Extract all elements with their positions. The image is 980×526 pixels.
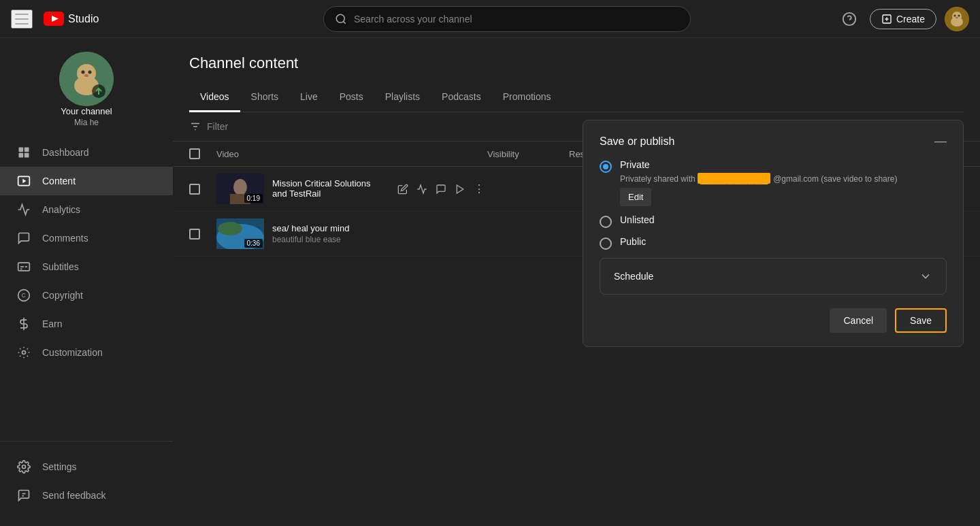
save-button[interactable]: Save <box>895 308 947 333</box>
user-avatar[interactable] <box>945 7 969 31</box>
sidebar-item-analytics[interactable]: Analytics <box>0 195 173 224</box>
row2-thumbnail: 0:36 <box>216 218 264 249</box>
analytics-icon <box>16 202 31 217</box>
sidebar-label-subtitles: Subtitles <box>42 261 79 272</box>
row1-analytics-button[interactable] <box>414 181 430 197</box>
svg-marker-27 <box>22 179 26 184</box>
tab-shorts[interactable]: Shorts <box>240 83 289 112</box>
sidebar-label-earn: Earn <box>42 318 63 329</box>
sidebar-bottom: Settings Send feedback <box>0 447 173 515</box>
row1-checkbox[interactable] <box>189 184 200 195</box>
col-check-header <box>189 148 216 159</box>
tab-videos[interactable]: Videos <box>189 83 240 112</box>
svg-point-2 <box>336 14 344 22</box>
svg-point-35 <box>22 351 26 355</box>
schedule-section[interactable]: Schedule <box>600 258 947 295</box>
search-icon <box>335 13 347 25</box>
customization-icon <box>16 345 31 360</box>
radio-public[interactable] <box>600 237 612 250</box>
radio-public-label: Public <box>620 236 646 247</box>
svg-point-19 <box>88 71 92 74</box>
row2-video-cell: 0:36 sea/ heal your mind beautiful blue … <box>216 218 487 249</box>
sidebar-item-subtitles[interactable]: Subtitles <box>0 252 173 281</box>
svg-point-11 <box>952 12 962 21</box>
search-input-wrap[interactable] <box>323 6 691 32</box>
logo-area: Studio <box>44 12 99 26</box>
sidebar-label-customization: Customization <box>42 347 103 358</box>
topbar: Studio Create <box>0 0 980 38</box>
tab-promotions[interactable]: Promotions <box>492 83 562 112</box>
sidebar-nav: Dashboard Content Analy <box>0 138 173 435</box>
tab-live[interactable]: Live <box>289 83 329 112</box>
svg-text:C: C <box>22 292 26 299</box>
row1-check <box>189 184 216 195</box>
row1-title: Mission Critical Solutions and TestRail <box>272 178 387 199</box>
tab-playlists[interactable]: Playlists <box>374 83 431 112</box>
sidebar-item-comments[interactable]: Comments <box>0 224 173 252</box>
channel-name: Your channel <box>61 106 112 116</box>
tab-posts[interactable]: Posts <box>329 83 374 112</box>
svg-point-36 <box>22 465 26 469</box>
row2-checkbox[interactable] <box>189 229 200 240</box>
create-label: Create <box>896 14 925 24</box>
sidebar-label-analytics: Analytics <box>42 204 80 215</box>
sidebar-divider <box>0 441 173 442</box>
radio-option-public[interactable]: Public <box>600 236 947 250</box>
row2-video-info: sea/ heal your mind beautiful blue ease <box>272 223 349 244</box>
radio-option-private[interactable]: Private Privately shared with ██████████… <box>600 159 947 206</box>
channel-profile: Your channel Mia he <box>0 38 173 138</box>
row1-actions: ⋮ <box>395 180 487 198</box>
row1-watch-button[interactable] <box>452 181 468 197</box>
help-button[interactable] <box>837 7 862 31</box>
sidebar-item-settings[interactable]: Settings <box>0 453 173 481</box>
svg-point-18 <box>82 71 85 74</box>
svg-point-17 <box>77 64 96 83</box>
email-suffix: @gmail.com (save video to share) <box>773 174 897 184</box>
row2-title: sea/ heal your mind <box>272 223 349 233</box>
svg-rect-24 <box>19 153 24 158</box>
channel-avatar[interactable] <box>59 52 114 106</box>
panel-close-button[interactable]: — <box>934 134 947 148</box>
row1-thumbnail: 0:19 <box>216 174 264 204</box>
cancel-button[interactable]: Cancel <box>830 308 887 333</box>
row1-video-info: Mission Critical Solutions and TestRail <box>272 178 387 200</box>
edit-link-button[interactable]: Edit <box>620 188 651 206</box>
sidebar-item-send-feedback[interactable]: Send feedback <box>0 481 173 510</box>
sidebar-item-dashboard[interactable]: Dashboard <box>0 138 173 167</box>
radio-private[interactable] <box>600 161 612 173</box>
youtube-logo-icon <box>44 12 64 26</box>
create-button[interactable]: Create <box>870 9 936 29</box>
privately-shared-text: Privately shared with <box>620 174 698 184</box>
body-wrap: Your channel Mia he Dashboard <box>0 38 980 526</box>
schedule-chevron-icon <box>919 269 932 283</box>
row2-duration: 0:36 <box>244 239 263 248</box>
sidebar-item-earn[interactable]: Earn <box>0 310 173 338</box>
svg-rect-22 <box>19 148 24 152</box>
row1-video-cell: 0:19 Mission Critical Solutions and Test… <box>216 174 487 204</box>
radio-unlisted[interactable] <box>600 216 612 228</box>
svg-point-13 <box>958 14 960 16</box>
private-shared-info: Privately shared with ██████████ @gmail.… <box>620 173 897 184</box>
schedule-title: Schedule <box>614 271 653 282</box>
radio-option-unlisted[interactable]: Unlisted <box>600 214 947 228</box>
row1-comments-button[interactable] <box>433 181 449 197</box>
email-redacted: ██████████ <box>698 173 770 184</box>
search-input[interactable] <box>354 14 679 24</box>
sidebar-item-customization[interactable]: Customization <box>0 338 173 367</box>
sidebar-item-copyright[interactable]: C Copyright <box>0 281 173 310</box>
sidebar-label-copyright: Copyright <box>42 290 83 301</box>
save-publish-panel: Save or publish — Private Privately shar… <box>583 120 964 347</box>
svg-point-48 <box>218 222 242 235</box>
row1-more-button[interactable]: ⋮ <box>471 180 487 198</box>
sidebar-item-content[interactable]: Content <box>0 167 173 195</box>
svg-point-12 <box>954 14 956 16</box>
tab-podcasts[interactable]: Podcasts <box>431 83 492 112</box>
panel-title: Save or publish <box>600 135 674 148</box>
hamburger-menu-button[interactable] <box>11 10 33 29</box>
filter-icon-button[interactable] <box>189 120 201 133</box>
sidebar-label-content: Content <box>42 176 76 186</box>
row1-edit-button[interactable] <box>395 181 411 197</box>
select-all-checkbox[interactable] <box>189 148 200 159</box>
main-content: Channel content Videos Shorts Live Posts… <box>173 38 980 526</box>
sidebar-label-comments: Comments <box>42 233 88 244</box>
